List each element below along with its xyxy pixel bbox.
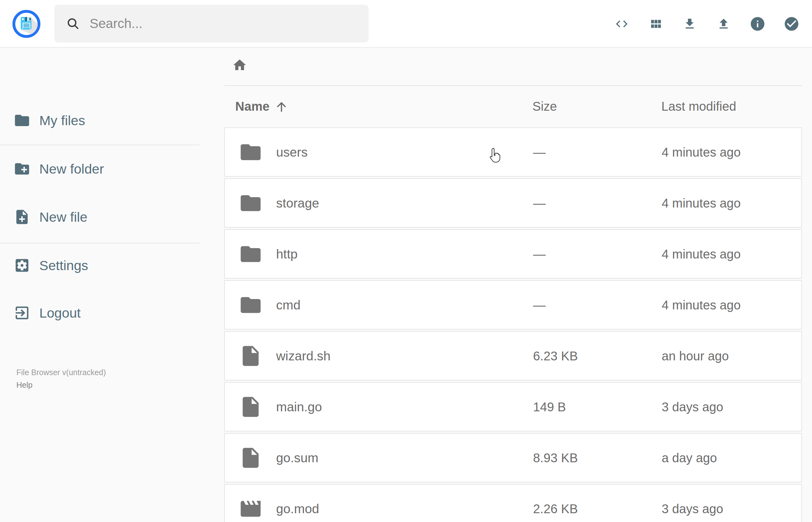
app-version-link[interactable]: File Browser v(untracked) bbox=[16, 366, 106, 379]
folder-icon bbox=[239, 191, 263, 215]
logout-icon bbox=[14, 304, 31, 321]
sidebar-item-label: Logout bbox=[39, 305, 81, 321]
sidebar-item-new-file[interactable]: New file bbox=[0, 207, 199, 226]
file-name: go.sum bbox=[276, 450, 318, 465]
code-button[interactable] bbox=[613, 16, 630, 32]
search-icon bbox=[66, 16, 80, 31]
file-modified: 4 minutes ago bbox=[662, 247, 740, 261]
file-row[interactable]: storage—4 minutes ago bbox=[224, 178, 802, 228]
sidebar: My filesNew folderNew fileSettingsLogout… bbox=[0, 48, 199, 522]
file-modified: 4 minutes ago bbox=[662, 298, 740, 312]
folder-icon bbox=[239, 140, 263, 164]
sidebar-item-new-folder[interactable]: New folder bbox=[0, 159, 199, 178]
file-row[interactable]: users—4 minutes ago bbox=[224, 127, 802, 177]
column-header-name[interactable]: Name bbox=[235, 98, 269, 115]
file-name: cmd bbox=[276, 298, 300, 312]
logout-icon bbox=[14, 304, 31, 321]
home-icon bbox=[232, 58, 247, 73]
grid-view-button[interactable] bbox=[648, 16, 664, 32]
new-folder-icon bbox=[14, 160, 31, 177]
file-size: — bbox=[533, 196, 546, 210]
help-link[interactable]: Help bbox=[16, 379, 106, 391]
folder-icon bbox=[239, 242, 263, 266]
topbar: Search... bbox=[0, 0, 812, 48]
upload-button[interactable] bbox=[715, 16, 732, 32]
file-size: 2.26 KB bbox=[533, 502, 578, 516]
breadcrumb-home-button[interactable] bbox=[232, 58, 247, 73]
file-name: http bbox=[276, 246, 298, 261]
file-name: main.go bbox=[276, 399, 322, 414]
info-button[interactable] bbox=[749, 16, 766, 32]
sidebar-item-label: Settings bbox=[39, 258, 88, 273]
file-name: storage bbox=[276, 196, 319, 210]
folder-icon bbox=[239, 140, 263, 164]
file-row[interactable]: cmd—4 minutes ago bbox=[224, 280, 802, 329]
folder-icon bbox=[14, 112, 31, 129]
file-row[interactable]: go.mod2.26 KB3 days ago bbox=[224, 484, 802, 522]
file-size: 8.93 KB bbox=[533, 450, 578, 465]
file-row[interactable]: http—4 minutes ago bbox=[224, 229, 802, 279]
app-logo[interactable] bbox=[11, 9, 41, 39]
code-icon bbox=[615, 17, 629, 31]
file-size: 149 B bbox=[533, 400, 566, 414]
file-row[interactable]: main.go149 B3 days ago bbox=[224, 382, 802, 431]
column-header-modified[interactable]: Last modified bbox=[662, 98, 736, 115]
file-modified: 3 days ago bbox=[662, 400, 723, 414]
arrow-up-icon[interactable] bbox=[275, 100, 288, 114]
sidebar-item-logout[interactable]: Logout bbox=[0, 303, 199, 322]
folder-icon bbox=[239, 242, 263, 266]
movie-icon bbox=[239, 497, 263, 521]
file-modified: an hour ago bbox=[662, 349, 729, 363]
file-modified: 3 days ago bbox=[662, 502, 723, 516]
file-modified: a day ago bbox=[662, 450, 717, 465]
listing-rows: users—4 minutes agostorage—4 minutes ago… bbox=[224, 127, 802, 522]
sidebar-footer: File Browser v(untracked) Help bbox=[16, 366, 106, 391]
sidebar-divider bbox=[0, 145, 199, 145]
file-size: 6.23 KB bbox=[533, 349, 578, 363]
file-modified: 4 minutes ago bbox=[662, 145, 740, 159]
settings-icon bbox=[14, 257, 31, 274]
download-icon bbox=[683, 17, 696, 31]
folder-icon bbox=[239, 191, 263, 215]
folder-icon bbox=[239, 293, 263, 317]
column-header-size[interactable]: Size bbox=[532, 98, 557, 115]
floppy-disk-logo-icon bbox=[11, 9, 41, 39]
file-icon bbox=[239, 395, 263, 419]
file-size: — bbox=[533, 298, 546, 312]
file-name: users bbox=[276, 145, 308, 159]
listing-header: Name Size Last modified bbox=[224, 98, 802, 115]
grid-view-icon bbox=[649, 17, 663, 31]
info-icon bbox=[749, 16, 766, 32]
file-icon bbox=[239, 446, 263, 470]
sidebar-item-settings[interactable]: Settings bbox=[0, 256, 199, 275]
file-icon bbox=[239, 344, 263, 368]
file-row[interactable]: wizard.sh6.23 KBan hour ago bbox=[224, 331, 802, 381]
file-icon bbox=[239, 446, 263, 470]
sidebar-divider bbox=[0, 243, 199, 243]
check-circle-icon bbox=[784, 16, 800, 32]
topbar-actions bbox=[613, 16, 800, 32]
select-multiple-button[interactable] bbox=[784, 16, 800, 32]
settings-icon bbox=[14, 257, 31, 274]
download-button[interactable] bbox=[682, 16, 698, 32]
file-name: wizard.sh bbox=[276, 348, 330, 363]
file-icon bbox=[239, 395, 263, 419]
sidebar-item-label: New folder bbox=[39, 161, 104, 177]
breadcrumb-divider bbox=[224, 85, 802, 86]
sidebar-item-my-files[interactable]: My files bbox=[0, 111, 199, 130]
file-size: — bbox=[533, 145, 546, 159]
new-file-icon bbox=[14, 208, 31, 225]
search-input[interactable]: Search... bbox=[55, 5, 369, 42]
new-folder-icon bbox=[14, 160, 31, 177]
folder-icon bbox=[239, 293, 263, 317]
upload-icon bbox=[717, 17, 731, 31]
movie-icon bbox=[239, 497, 263, 521]
file-modified: 4 minutes ago bbox=[662, 196, 740, 210]
search-placeholder: Search... bbox=[89, 16, 142, 31]
sidebar-item-label: My files bbox=[39, 113, 85, 128]
new-file-icon bbox=[14, 208, 31, 225]
folder-icon bbox=[14, 112, 31, 129]
file-row[interactable]: go.sum8.93 KBa day ago bbox=[224, 433, 802, 482]
file-size: — bbox=[533, 247, 546, 261]
file-icon bbox=[239, 344, 263, 368]
